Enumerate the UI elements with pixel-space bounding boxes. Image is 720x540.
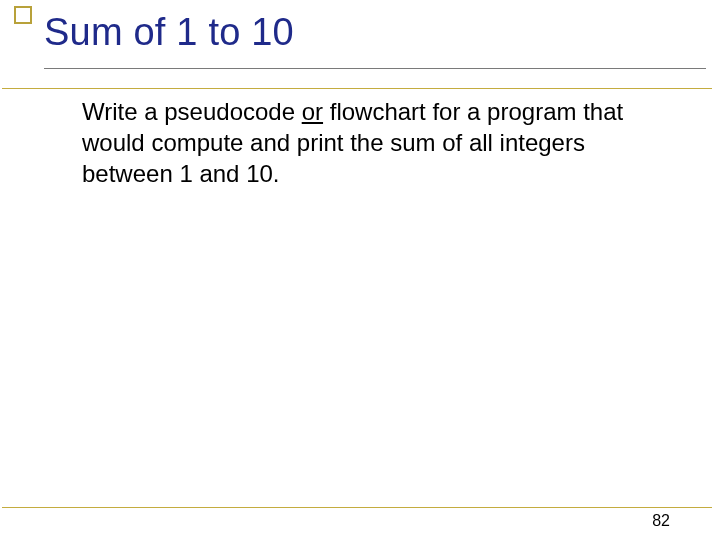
slide-title: Sum of 1 to 10 bbox=[44, 8, 700, 57]
page-number: 82 bbox=[652, 512, 670, 530]
corner-decoration bbox=[14, 6, 32, 24]
divider-top bbox=[2, 88, 712, 89]
title-wrap: Sum of 1 to 10 bbox=[44, 8, 700, 57]
body-text-underlined: or bbox=[302, 98, 323, 125]
divider-bottom bbox=[2, 507, 712, 508]
slide-body: Write a pseudocode or flowchart for a pr… bbox=[82, 96, 662, 190]
title-underline bbox=[44, 68, 706, 69]
body-text-pre: Write a pseudocode bbox=[82, 98, 302, 125]
slide: Sum of 1 to 10 Write a pseudocode or flo… bbox=[0, 0, 720, 540]
